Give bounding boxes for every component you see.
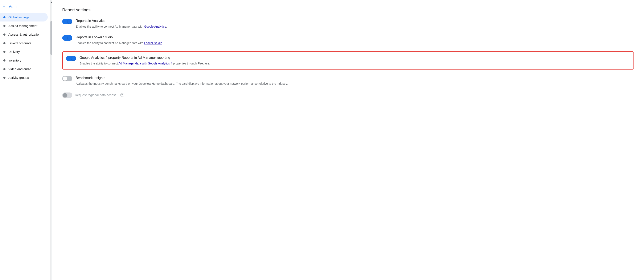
toggle-benchmark[interactable] — [62, 76, 72, 81]
toggle-reports-analytics[interactable] — [62, 19, 72, 24]
sidebar-item-label: Activity groups — [8, 76, 29, 79]
toggle-ga4[interactable] — [66, 56, 76, 61]
setting-desc-ga4: Enables the ability to connect Ad Manage… — [80, 61, 630, 66]
setting-title: Reports in Analytics — [76, 18, 634, 23]
scrollbar-track[interactable]: ▲ — [50, 0, 52, 280]
dot — [3, 59, 6, 62]
toggle-request-regional[interactable] — [62, 92, 72, 98]
sidebar: ▾ Admin Global settings Ads.txt manageme… — [0, 0, 50, 280]
dot — [3, 25, 6, 27]
setting-row-reports-looker: Reports in Looker Studio Enables the abi… — [62, 35, 634, 45]
setting-row-benchmark: Benchmark Insights Activates the Industr… — [62, 75, 634, 86]
setting-title: Reports in Looker Studio — [76, 35, 634, 40]
scroll-up-arrow[interactable]: ▲ — [50, 0, 52, 4]
sidebar-item-inventory[interactable]: Inventory — [0, 56, 48, 65]
setting-desc-benchmark: Activates the Industry benchmarks card o… — [76, 81, 634, 86]
chevron-down-icon: ▾ — [3, 6, 5, 9]
sidebar-item-access-authorization[interactable]: Access & authorization — [0, 30, 48, 39]
admin-header[interactable]: ▾ Admin — [0, 3, 50, 13]
sidebar-item-label: Ads.txt management — [8, 24, 38, 28]
section-title: Report settings — [62, 7, 634, 13]
looker-studio-link[interactable]: Looker Studio — [144, 41, 162, 45]
ga4-link[interactable]: Ad Manager data with Google Analytics 4 — [118, 62, 172, 65]
setting-text-ga4: Google Analytics 4 property Reports in A… — [80, 55, 630, 66]
active-dot — [3, 16, 6, 18]
setting-title-benchmark: Benchmark Insights — [76, 75, 634, 80]
sidebar-item-ads-txt[interactable]: Ads.txt management — [0, 22, 48, 30]
request-regional-label: Request regional data access — [75, 93, 116, 97]
sidebar-item-video-audio[interactable]: Video and audio — [0, 65, 48, 73]
setting-desc: Enables the ability to connect Ad Manage… — [76, 41, 634, 45]
sidebar-item-activity-groups[interactable]: Activity groups — [0, 73, 48, 82]
setting-title-ga4: Google Analytics 4 property Reports in A… — [80, 55, 630, 60]
main-wrapper: ▲ Report settings Reports in Analytics E… — [50, 0, 644, 280]
dot — [3, 51, 6, 53]
sidebar-item-label: Video and audio — [8, 67, 31, 71]
dot — [3, 34, 6, 36]
sidebar-item-label: Delivery — [8, 50, 20, 54]
dot — [3, 42, 6, 44]
admin-label: Admin — [9, 5, 20, 9]
main-content: Report settings Reports in Analytics Ena… — [52, 0, 644, 280]
setting-text-reports-analytics: Reports in Analytics Enables the ability… — [76, 18, 634, 29]
sidebar-item-label: Global settings — [8, 15, 29, 19]
dot — [3, 68, 6, 70]
sidebar-item-delivery[interactable]: Delivery — [0, 47, 48, 56]
sidebar-item-label: Inventory — [8, 59, 22, 62]
setting-text-benchmark: Benchmark Insights Activates the Industr… — [76, 75, 634, 86]
google-analytics-link[interactable]: Google Analytics — [144, 25, 166, 28]
sidebar-item-label: Access & authorization — [8, 33, 40, 36]
setting-text-reports-looker: Reports in Looker Studio Enables the abi… — [76, 35, 634, 45]
setting-desc: Enables the ability to connect Ad Manage… — [76, 24, 634, 29]
setting-row-ga4: Google Analytics 4 property Reports in A… — [62, 51, 634, 70]
request-regional-row: Request regional data access ? — [62, 92, 634, 98]
scrollbar-thumb[interactable] — [50, 21, 52, 55]
sidebar-item-label: Linked accounts — [8, 41, 31, 45]
toggle-reports-looker[interactable] — [62, 35, 72, 41]
sidebar-item-global-settings[interactable]: Global settings — [0, 13, 48, 22]
sidebar-item-linked-accounts[interactable]: Linked accounts — [0, 39, 48, 47]
setting-row-reports-analytics: Reports in Analytics Enables the ability… — [62, 18, 634, 29]
help-icon[interactable]: ? — [120, 93, 124, 97]
dot — [3, 77, 6, 79]
